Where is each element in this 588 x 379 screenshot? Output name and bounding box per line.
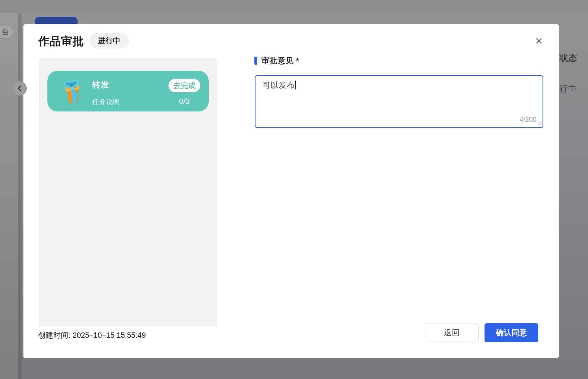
comment-value: 可以发布 bbox=[262, 81, 295, 89]
back-button[interactable]: 返回 bbox=[425, 323, 479, 342]
close-icon: ✕ bbox=[535, 36, 543, 46]
background-scrollbar[interactable] bbox=[18, 13, 21, 379]
char-counter: 4/200 bbox=[520, 116, 536, 123]
task-list-panel: 转发 任务说明 去完成 0/3 bbox=[39, 58, 218, 327]
task-title: 转发 bbox=[92, 79, 109, 91]
required-asterisk: * bbox=[296, 56, 299, 65]
gift-icon bbox=[59, 77, 86, 105]
task-card: 转发 任务说明 去完成 0/3 bbox=[47, 71, 209, 111]
background-left-gutter bbox=[0, 13, 18, 379]
comment-text: 可以发布 bbox=[262, 80, 296, 91]
collapse-drawer-button[interactable] bbox=[12, 81, 27, 96]
status-badge: 进行中 bbox=[89, 33, 129, 48]
approval-comment-label-row: 审批意见 * bbox=[254, 55, 299, 66]
background-table-divider bbox=[554, 70, 588, 70]
chevron-left-icon bbox=[16, 85, 23, 92]
approval-comment-label: 审批意见 bbox=[261, 55, 294, 66]
task-subtitle: 任务说明 bbox=[92, 97, 120, 106]
confirm-agree-button[interactable]: 确认同意 bbox=[485, 323, 538, 342]
resize-handle-icon[interactable] bbox=[537, 121, 541, 126]
task-progress: 0/3 bbox=[168, 97, 200, 106]
text-caret bbox=[295, 81, 296, 89]
label-accent-bar bbox=[254, 57, 257, 65]
created-time: 创建时间: 2025–10–15 15:55:49 bbox=[38, 330, 146, 340]
background-platform-pill: 台 bbox=[0, 26, 13, 37]
close-button[interactable]: ✕ bbox=[532, 34, 546, 48]
approval-comment-textarea[interactable]: 可以发布 4/200 bbox=[255, 75, 543, 128]
go-complete-button[interactable]: 去完成 bbox=[168, 79, 200, 92]
dialog-title: 作品审批 bbox=[38, 33, 84, 49]
background-topbar bbox=[0, 0, 588, 13]
background-platform-label: 台 bbox=[2, 27, 9, 37]
approval-dialog: 作品审批 进行中 ✕ bbox=[23, 24, 559, 358]
